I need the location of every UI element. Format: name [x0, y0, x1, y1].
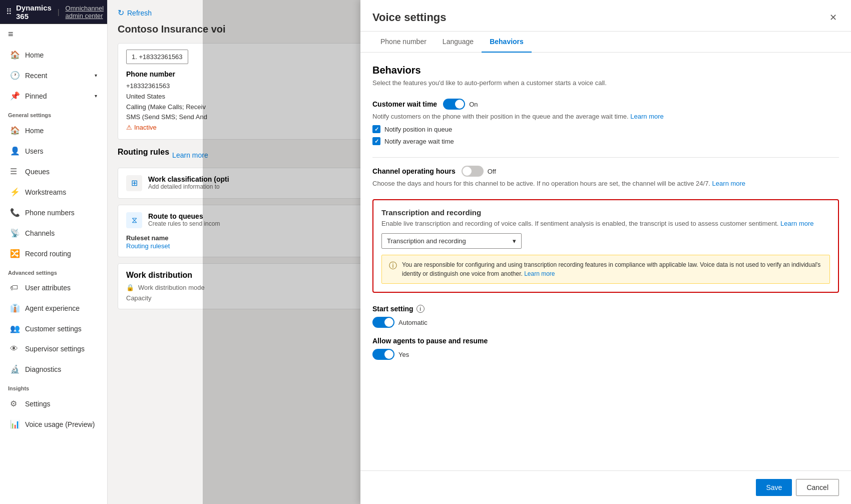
home-icon: 🏠	[10, 50, 20, 60]
voice-usage-icon: 📊	[10, 419, 20, 429]
sidebar-item-settings[interactable]: ⚙ Settings	[2, 394, 105, 413]
transcription-dropdown[interactable]: Transcription and recording ▾	[381, 233, 522, 249]
phone-selector[interactable]: 1. +18332361563	[126, 50, 188, 64]
sidebar-item-diagnostics[interactable]: 🔬 Diagnostics	[2, 359, 105, 379]
app-name: Dynamics 365	[16, 4, 52, 21]
allow-pause-section: Allow agents to pause and resume Yes	[372, 337, 839, 360]
transcription-learn-more[interactable]: Learn more	[780, 220, 813, 227]
close-button[interactable]: ✕	[827, 10, 839, 25]
routing-rules-label: Routing rules	[118, 148, 169, 157]
lock-icon: 🔒	[126, 284, 134, 291]
sidebar-item-label: Agent experience	[25, 304, 80, 312]
transcription-desc: Enable live transcription and recording …	[381, 220, 830, 227]
sidebar-item-home2[interactable]: 🏠 Home	[2, 121, 105, 140]
sidebar-item-recent[interactable]: 🕐 Recent ▾	[2, 66, 105, 85]
sidebar-item-label: Supervisor settings	[25, 345, 85, 353]
sidebar-item-supervisor-settings[interactable]: 👁 Supervisor settings	[2, 339, 105, 358]
info-icon[interactable]: i	[416, 305, 424, 313]
transcription-warning: ⓘ You are responsible for configuring an…	[381, 255, 830, 284]
sidebar-item-record-routing[interactable]: 🔀 Record routing	[2, 244, 105, 263]
sidebar-item-label: Phone numbers	[25, 209, 75, 217]
sidebar-item-channels[interactable]: 📡 Channels	[2, 223, 105, 243]
transcription-title: Transcription and recording	[381, 208, 830, 217]
panel-footer: Save Cancel	[360, 470, 851, 504]
pin-icon: 📌	[10, 91, 20, 101]
customer-wait-toggle-text: On	[469, 101, 478, 108]
tab-phone-number[interactable]: Phone number	[372, 32, 435, 53]
voice-settings-panel: Voice settings ✕ Phone number Language B…	[360, 0, 851, 504]
start-setting-label: Start setting	[372, 305, 413, 313]
sidebar-item-customer-settings[interactable]: 👥 Customer settings	[2, 319, 105, 338]
save-button[interactable]: Save	[756, 479, 792, 496]
warning-circle-icon: ⓘ	[389, 261, 397, 271]
users-icon: 👤	[10, 146, 20, 156]
channel-hours-toggle[interactable]	[462, 166, 484, 177]
routing-ruleset-link[interactable]: Routing ruleset	[126, 242, 170, 250]
sidebar-item-phone-numbers[interactable]: 📞 Phone numbers	[2, 203, 105, 222]
behaviors-title: Behaviors	[372, 65, 839, 76]
tab-behaviors[interactable]: Behaviors	[482, 32, 532, 53]
workstreams-icon: ⚡	[10, 187, 20, 197]
sidebar-item-agent-experience[interactable]: 👔 Agent experience	[2, 298, 105, 318]
sidebar-item-label: Workstreams	[25, 188, 66, 196]
sidebar-item-users[interactable]: 👤 Users	[2, 141, 105, 161]
work-classification-icon: ⊞	[126, 175, 142, 191]
tab-language[interactable]: Language	[435, 32, 482, 53]
channel-hours-learn-more[interactable]: Learn more	[712, 180, 745, 187]
queues-icon: ☰	[10, 167, 20, 176]
sidebar-item-home[interactable]: 🏠 Home	[2, 45, 105, 65]
chevron-down-icon: ▾	[95, 93, 97, 99]
customer-wait-label: Customer wait time	[372, 100, 437, 108]
agent-exp-icon: 👔	[10, 303, 20, 313]
transcription-section: Transcription and recording Enable live …	[372, 199, 839, 293]
sidebar-item-label: Recent	[25, 72, 47, 80]
sidebar-item-voice-usage[interactable]: 📊 Voice usage (Preview)	[2, 414, 105, 434]
sidebar-item-workstreams[interactable]: ⚡ Workstreams	[2, 182, 105, 202]
notify-position-label: Notify position in queue	[384, 126, 452, 133]
user-attributes-icon: 🏷	[10, 283, 20, 292]
start-setting-toggle[interactable]	[372, 317, 394, 328]
app-sub-name[interactable]: Omnichannel admin center	[66, 5, 104, 20]
notify-wait-checkbox[interactable]: ✓	[372, 137, 380, 145]
notify-position-row: ✓ Notify position in queue	[372, 125, 839, 133]
customer-wait-learn-more[interactable]: Learn more	[630, 113, 663, 120]
customer-wait-toggle[interactable]	[443, 99, 465, 110]
sidebar-item-label: Record routing	[25, 250, 71, 258]
recent-icon: 🕐	[10, 71, 20, 80]
sidebar-item-queues[interactable]: ☰ Queues	[2, 162, 105, 181]
cancel-button[interactable]: Cancel	[796, 479, 839, 496]
warning-text: You are responsible for configuring and …	[402, 260, 822, 278]
apps-icon[interactable]: ⠿	[6, 7, 12, 17]
warning-icon: ⚠	[126, 123, 132, 133]
sidebar-item-label: Home	[25, 127, 44, 135]
supervisor-icon: 👁	[10, 344, 20, 353]
start-setting-section: Start setting i Automatic	[372, 305, 839, 328]
sidebar-item-pinned[interactable]: 📌 Pinned ▾	[2, 86, 105, 106]
notify-position-checkbox[interactable]: ✓	[372, 125, 380, 133]
notify-wait-label: Notify average wait time	[384, 138, 454, 145]
panel-tabs: Phone number Language Behaviors	[360, 32, 851, 53]
sidebar-item-user-attributes[interactable]: 🏷 User attributes	[2, 278, 105, 297]
customer-settings-icon: 👥	[10, 324, 20, 333]
sidebar: ⠿ Dynamics 365 | Omnichannel admin cente…	[0, 0, 108, 504]
behaviors-desc: Select the features you'd like to auto-p…	[372, 79, 839, 87]
phone-icon: 📞	[10, 208, 20, 217]
channel-hours-section: Channel operating hours Off Choose the d…	[372, 166, 839, 187]
section-divider-1	[372, 157, 839, 158]
route-queues-icon: ⧖	[126, 212, 142, 228]
refresh-label: Refresh	[127, 9, 152, 17]
insights-label: Insights	[0, 379, 107, 393]
panel-title: Voice settings	[372, 11, 447, 24]
start-setting-toggle-text: Automatic	[398, 319, 428, 326]
channel-hours-desc: Choose the days and hours for this chann…	[372, 180, 839, 187]
sidebar-item-label: Diagnostics	[25, 365, 61, 373]
app-header: ⠿ Dynamics 365 | Omnichannel admin cente…	[0, 0, 107, 24]
transcription-dropdown-value: Transcription and recording	[387, 237, 466, 245]
hamburger-button[interactable]: ≡	[0, 24, 107, 45]
allow-pause-toggle[interactable]	[372, 349, 394, 360]
customer-wait-section: Customer wait time On Notify customers o…	[372, 99, 839, 145]
capacity-label: Capacity	[126, 294, 152, 302]
header-divider: |	[58, 8, 60, 16]
warning-learn-more[interactable]: Learn more	[524, 270, 555, 277]
home2-icon: 🏠	[10, 126, 20, 135]
